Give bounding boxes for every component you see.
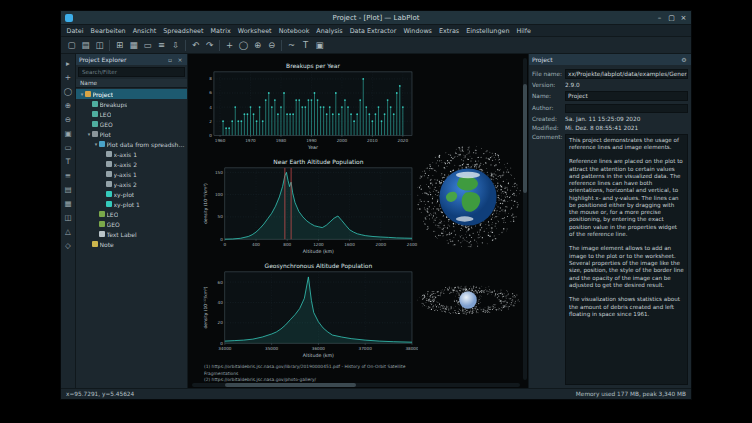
chart-breakups-per-year[interactable]: 024681960197019801990200020102020Breakup… (200, 60, 418, 151)
text-tool-icon[interactable]: T (63, 156, 74, 167)
tree-item-xy-plot-1[interactable]: xy-plot 1 (76, 199, 187, 209)
plots-column: 024681960197019801990200020102020Breakup… (200, 60, 418, 384)
menu-windows[interactable]: Windows (400, 25, 436, 36)
menu-datei[interactable]: Datei (63, 25, 87, 36)
svg-text:1990: 1990 (306, 138, 317, 143)
menu-hilfe[interactable]: Hilfe (513, 25, 535, 36)
svg-text:Year: Year (307, 145, 318, 150)
cursor-tool-icon[interactable]: ▸ (63, 58, 74, 69)
tree-item-xy-plot[interactable]: xy-plot (76, 189, 187, 199)
new-spreadsheet-icon[interactable]: ⊞ (113, 39, 126, 52)
project-explorer-header[interactable]: Project Explorer ▫ × (76, 54, 187, 65)
new-project-icon[interactable]: ▢ (65, 39, 78, 52)
project-explorer-panel: Project Explorer ▫ × Name ▾ProjectBreaku… (76, 54, 188, 388)
menu-einstellungen[interactable]: Einstellungen (463, 25, 513, 36)
zoom-tool-icon[interactable]: ◯ (63, 86, 74, 97)
tree-item-y-axis-1[interactable]: y-axis 1 (76, 169, 187, 179)
notebook-tool-icon[interactable]: ≡ (63, 170, 74, 181)
hscroll-thumb[interactable] (225, 383, 356, 387)
tree-item-x-axis-1[interactable]: x-axis 1 (76, 149, 187, 159)
tree-item-breakups[interactable]: Breakups (76, 99, 187, 109)
spreadsheet-icon (92, 101, 98, 107)
menu-data-extractor[interactable]: Data Extractor (346, 25, 400, 36)
search-input[interactable] (78, 67, 185, 77)
zoom-in-icon[interactable]: ⊕ (251, 39, 264, 52)
worksheet-tool-icon[interactable]: ▭ (63, 142, 74, 153)
tree-item-plot-data-from-spreadsheet[interactable]: ▾Plot data from spreadsheet (76, 139, 187, 149)
tree-item-project[interactable]: ▾Project (76, 89, 187, 99)
tree-item-label: y-axis 2 (114, 181, 137, 188)
tree-item-geo[interactable]: GEO (76, 219, 187, 229)
dock-close-icon[interactable]: × (176, 56, 184, 64)
chart-near-earth-population[interactable]: 05010015004008001200160020002400Near Ear… (200, 156, 418, 255)
worksheet-area[interactable]: 024681960197019801990200020102020Breakup… (188, 54, 528, 388)
maximize-button[interactable]: ▢ (666, 12, 677, 23)
svg-text:Near Earth Altitude Population: Near Earth Altitude Population (273, 158, 363, 166)
zoom-out-tool-icon[interactable]: ⊖ (63, 114, 74, 125)
open-project-icon[interactable]: ▤ (79, 39, 92, 52)
menu-spreadsheet[interactable]: Spreadsheet (160, 25, 207, 36)
save-tool-icon[interactable]: ◫ (63, 212, 74, 223)
zoom-in-tool-icon[interactable]: ⊕ (63, 100, 74, 111)
menu-worksheet[interactable]: Worksheet (234, 25, 275, 36)
shape-tool-icon[interactable]: △ (63, 226, 74, 237)
tree-column-header[interactable]: Name (76, 79, 187, 88)
properties-header[interactable]: Project ⚙ (529, 54, 691, 65)
earth-leo-debris-image[interactable] (412, 142, 524, 252)
properties-settings-icon[interactable]: ⚙ (680, 56, 688, 64)
tree-item-leo[interactable]: LEO (76, 209, 187, 219)
crosshair-tool-icon[interactable]: + (63, 72, 74, 83)
add-image-icon[interactable]: ▣ (313, 39, 326, 52)
field-input-author[interactable] (565, 104, 688, 113)
menu-notebook[interactable]: Notebook (275, 25, 313, 36)
field-row-author: Author: (532, 104, 688, 113)
tree-item-leo[interactable]: LEO (76, 109, 187, 119)
comment-textarea[interactable]: This project demonstrates the usage of r… (565, 134, 688, 385)
field-input-file-name[interactable]: xx/Projekte/labplot/data/examples/Genera… (565, 69, 688, 79)
field-row-version: Version:2.9.0 (532, 82, 688, 88)
worksheet-horizontal-scrollbar[interactable] (192, 383, 520, 387)
svg-text:35000: 35000 (265, 346, 279, 351)
matrix-tool-icon[interactable]: ▦ (63, 198, 74, 209)
earth-geo-debris-image[interactable] (410, 266, 526, 334)
minimize-button[interactable]: – (654, 12, 665, 23)
field-input-name[interactable]: Project (565, 91, 688, 101)
footnote-link[interactable]: (1) https://orbitaldebris.jsc.nasa.gov/l… (204, 364, 418, 377)
spreadsheet-tool-icon[interactable]: ▤ (63, 184, 74, 195)
tree-item-geo[interactable]: GEO (76, 119, 187, 129)
add-curve-icon[interactable]: ~ (285, 39, 298, 52)
new-notebook-icon[interactable]: ≡ (155, 39, 168, 52)
menu-ansicht[interactable]: Ansicht (129, 25, 160, 36)
worksheet-vertical-scrollbar[interactable] (523, 58, 527, 380)
fit-page-tool-icon[interactable]: ▣ (63, 128, 74, 139)
menu-analysis[interactable]: Analysis (313, 25, 346, 36)
svg-text:6: 6 (209, 90, 212, 95)
svg-text:0: 0 (224, 242, 227, 247)
menu-bearbeiten[interactable]: Bearbeiten (87, 25, 129, 36)
tree-item-note[interactable]: Note (76, 239, 187, 249)
dock-float-icon[interactable]: ▫ (166, 56, 174, 64)
menu-matrix[interactable]: Matrix (207, 25, 234, 36)
tree-item-label: Plot data from spreadsheet (107, 141, 188, 148)
zoom-out-icon[interactable]: ⊖ (265, 39, 278, 52)
import-data-icon[interactable]: ⇩ (169, 39, 182, 52)
tree-item-plot[interactable]: ▾Plot (76, 129, 187, 139)
tree-item-y-axis-2[interactable]: y-axis 2 (76, 179, 187, 189)
save-project-icon[interactable]: ◫ (93, 39, 106, 52)
menu-extras[interactable]: Extras (435, 25, 462, 36)
chart-geosynchronous-population[interactable]: 02040603400035000360003700038000Geosynch… (200, 260, 418, 359)
vscroll-thumb[interactable] (523, 84, 527, 193)
zoom-select-tool-icon[interactable]: ◯ (237, 39, 250, 52)
tree-item-x-axis-2[interactable]: x-axis 2 (76, 159, 187, 169)
new-worksheet-icon[interactable]: ▭ (141, 39, 154, 52)
redo-icon[interactable]: ↷ (203, 39, 216, 52)
tree-item-text-label[interactable]: Text Label (76, 229, 187, 239)
titlebar[interactable]: Project - [Plot] — LabPlot – ▢ × (61, 11, 691, 25)
select-tool-icon[interactable]: + (223, 39, 236, 52)
diamond-tool-icon[interactable]: ◇ (63, 240, 74, 251)
new-matrix-icon[interactable]: ▦ (127, 39, 140, 52)
undo-icon[interactable]: ↶ (189, 39, 202, 52)
add-text-label-icon[interactable]: T (299, 39, 312, 52)
close-button[interactable]: × (678, 12, 689, 23)
tree-item-label: Note (100, 241, 114, 248)
